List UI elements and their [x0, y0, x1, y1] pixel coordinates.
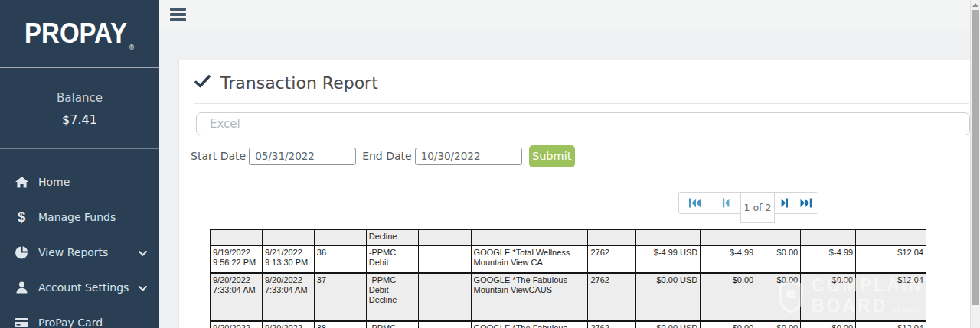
table-cell: 9/19/2022 9:56:22 PM — [211, 246, 263, 272]
previous-page-button[interactable] — [710, 192, 741, 214]
end-date-label: End Date — [362, 150, 412, 162]
table-cell: GOOGLE *Total Wellness Mountain View CA — [472, 246, 589, 272]
balance-panel: Balance $7.41 — [0, 70, 159, 149]
sidebar-item-account-settings[interactable]: Account Settings — [0, 270, 159, 305]
table-cell — [756, 230, 801, 245]
excel-export-button[interactable]: Excel — [196, 112, 970, 135]
table-cell — [801, 230, 856, 245]
top-bar — [159, 0, 980, 31]
submit-button[interactable]: Submit — [529, 145, 575, 167]
table-cell: GOOGLE *The Fabulous — [472, 322, 589, 328]
date-filter-bar: Start Date End Date Submit — [191, 145, 575, 167]
sidebar-item-propay-card[interactable]: ProPay Card — [0, 305, 159, 328]
registered-trademark: ® — [129, 44, 135, 51]
table-cell: $0.00 — [756, 246, 801, 272]
table-cell — [211, 230, 263, 245]
vertical-scrollbar[interactable] — [970, 0, 980, 328]
sidebar-menu: Home $ Manage Funds View Reports — [0, 151, 159, 328]
scrollbar-thumb[interactable] — [972, 10, 979, 305]
table-cell: 9/20/2022 7:33:04 AM — [211, 274, 263, 320]
page-title: Transaction Report — [220, 73, 378, 93]
table-cell: 9/21/2022 9:13:30 PM — [263, 246, 315, 272]
table-cell: $12.04 — [856, 322, 926, 328]
table-cell: GOOGLE *The Fabulous Mountain ViewCAUS — [472, 274, 589, 320]
table-cell — [588, 230, 636, 245]
table-cell: 38 — [315, 322, 367, 328]
sidebar: PROPAY ® Balance $7.41 Home $ Manage Fun… — [0, 0, 159, 328]
table-cell: $-4.99 USD — [636, 246, 701, 272]
sidebar-item-label: Manage Funds — [38, 211, 147, 223]
table-cell: 9/20/2022 7:33:04 AM — [263, 274, 315, 320]
table-cell: $0.00 — [801, 322, 856, 328]
chevron-down-icon — [139, 246, 147, 258]
table-row: 9/19/2022 9:56:22 PM9/21/2022 9:13:30 PM… — [211, 246, 926, 274]
table-cell: $0.00 USD — [636, 322, 701, 328]
balance-value: $7.41 — [62, 112, 97, 127]
chevron-down-icon — [139, 281, 147, 294]
table-cell — [472, 230, 589, 245]
scroll-up-arrow-icon[interactable] — [972, 3, 978, 7]
divider — [194, 103, 969, 104]
table-cell: $0.00 USD — [636, 274, 701, 320]
start-date-input[interactable] — [249, 148, 356, 165]
table-cell: 9/20/2022 — [211, 322, 263, 328]
table-cell: 2762 — [588, 246, 636, 272]
next-page-button[interactable] — [774, 192, 795, 214]
table-cell — [856, 230, 926, 245]
table-cell: -PPMC Debit Decline — [367, 274, 419, 320]
sidebar-item-label: Account Settings — [38, 281, 139, 294]
start-date-label: Start Date — [191, 150, 246, 162]
report-header: Transaction Report — [194, 73, 378, 93]
dollar-icon: $ — [13, 209, 30, 226]
table-cell — [419, 246, 472, 272]
table-cell — [419, 274, 472, 320]
pie-chart-icon — [13, 246, 30, 259]
table-cell: $-4.99 — [801, 246, 856, 272]
sidebar-item-label: Home — [38, 176, 147, 188]
table-cell: Decline — [367, 230, 419, 245]
table-cell — [419, 230, 472, 245]
table-cell — [636, 230, 701, 245]
table-cell — [263, 230, 315, 245]
logo-text: PROPAY — [24, 18, 127, 50]
sidebar-item-label: View Reports — [38, 246, 139, 258]
table-cell: 2762 — [588, 322, 636, 328]
sidebar-item-home[interactable]: Home — [0, 164, 159, 200]
table-cell: $0.00 — [701, 274, 756, 320]
table-cell: $12.04 — [856, 246, 926, 272]
transaction-report-card: Transaction Report Excel Start Date End … — [178, 60, 971, 328]
table-cell — [315, 230, 367, 245]
first-page-button[interactable] — [678, 192, 711, 214]
table-cell: $0.00 — [756, 274, 801, 320]
table-cell: $0.00 — [756, 322, 801, 328]
table-cell: $-4.99 — [701, 246, 756, 272]
table-cell: 37 — [315, 274, 367, 320]
propay-logo[interactable]: PROPAY ® — [0, 0, 159, 68]
sidebar-item-label: ProPay Card — [38, 317, 147, 328]
table-row: 9/20/2022 7:33:04 AM9/20/2022 7:33:04 AM… — [211, 274, 926, 322]
last-page-button[interactable] — [795, 192, 818, 214]
sidebar-item-view-reports[interactable]: View Reports — [0, 235, 159, 270]
credit-card-icon — [13, 317, 30, 328]
check-icon — [194, 75, 211, 91]
table-cell — [701, 230, 756, 245]
table-cell: $0.00 — [701, 322, 756, 328]
table-cell: $0.00 — [801, 274, 856, 320]
hamburger-icon[interactable] — [170, 8, 186, 24]
page-indicator: 1 of 2 — [740, 192, 775, 223]
home-icon — [13, 177, 30, 188]
sidebar-item-manage-funds[interactable]: $ Manage Funds — [0, 200, 159, 235]
table-cell: 2762 — [588, 274, 636, 320]
table-cell — [419, 322, 472, 328]
end-date-input[interactable] — [415, 148, 522, 165]
balance-label: Balance — [57, 91, 103, 105]
table-cell: 36 — [315, 246, 367, 272]
pagination: 1 of 2 — [678, 192, 818, 223]
table-row: Decline — [211, 230, 926, 246]
table-cell: -PPMC — [367, 322, 419, 328]
table-row: 9/20/20229/20/202238-PPMCGOOGLE *The Fab… — [211, 322, 926, 328]
table-cell: $12.04 — [856, 274, 926, 320]
table-cell: -PPMC Debit — [367, 246, 419, 272]
transactions-table: Decline9/19/2022 9:56:22 PM9/21/2022 9:1… — [210, 229, 926, 328]
table-cell: 9/20/2022 — [263, 322, 315, 328]
